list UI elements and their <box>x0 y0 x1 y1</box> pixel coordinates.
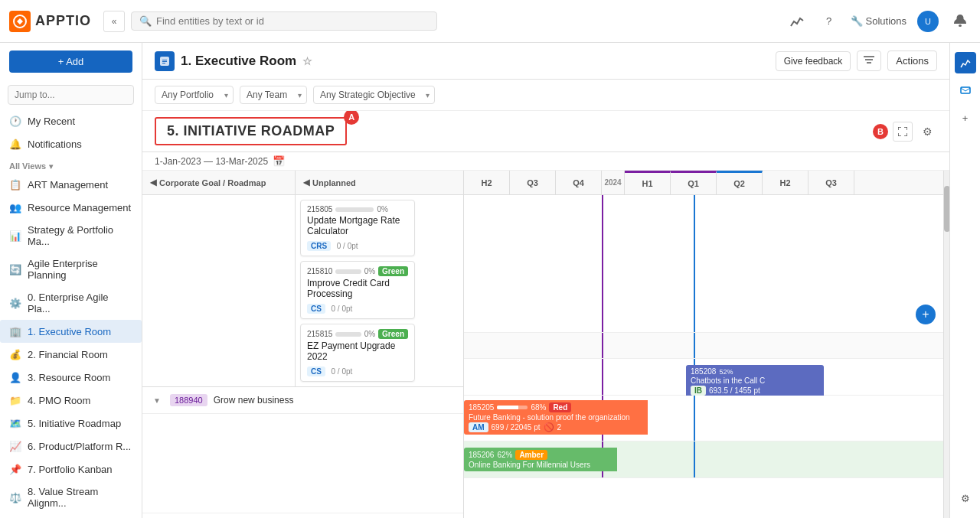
sidebar-item-initiative-roadmap[interactable]: 🗺️ 5. Initiative Roadmap <box>0 412 142 435</box>
sidebar-item-financial-room[interactable]: 💰 2. Financial Room <box>0 343 142 366</box>
filter-button[interactable] <box>857 50 881 71</box>
right-icon-plus[interactable]: + <box>955 107 976 129</box>
sidebar-item-value-stream[interactable]: ⚖️ 8. Value Stream Alignm... <box>0 481 142 514</box>
sidebar: + Add 🕐 My Recent 🔔 Notifications All Vi… <box>0 43 142 518</box>
chatbots-pts: 693.5 / 1455 pt <box>709 386 760 395</box>
unplanned-initiatives-col: 215805 0% Update Mortgage Rate Calculato… <box>296 195 463 386</box>
objective-filter[interactable]: Any Strategic Objective <box>313 86 435 104</box>
header-actions: Give feedback Actions <box>776 50 937 71</box>
add-initiative-button[interactable]: + <box>916 305 936 324</box>
give-feedback-button[interactable]: Give feedback <box>776 51 851 71</box>
settings-icon[interactable]: ⚙ <box>917 122 937 142</box>
resource-room-icon: 👤 <box>9 371 21 383</box>
scrollbar-thumb[interactable] <box>944 186 949 232</box>
current-sprint-line-blue <box>694 195 695 332</box>
strategy-icon: 📊 <box>9 230 21 242</box>
card-tag-0: CRS <box>307 241 331 251</box>
gantt-chatbots-row: 185208 52% Chatbots in the Call C IB 693… <box>464 359 943 396</box>
sidebar-item-executive-room[interactable]: 🏢 1. Executive Room <box>0 320 142 343</box>
help-icon[interactable]: ? <box>818 11 840 32</box>
card-pts-1: 0 / 0pt <box>332 305 353 313</box>
roadmap-title: 5. INITIATIVE ROADMAP <box>155 117 347 145</box>
timeline-header: H2 Q3 Q4 2024 H1 Q1 Q2 H2 Q3 <box>464 171 943 195</box>
pct-text-0: 0% <box>377 205 387 213</box>
gantt-goal-header-row <box>464 333 943 359</box>
timeline-q3-1: Q3 <box>510 171 556 194</box>
roadmap-left-panel: ◀ Corporate Goal / Roadmap ◀ Unplanned <box>142 171 464 518</box>
sidebar-item-art-management[interactable]: 📋 ART Management <box>0 173 142 196</box>
progress-bar-2 <box>335 332 361 337</box>
notifications-topbar-icon[interactable] <box>949 11 971 32</box>
roadmap-timeline-panel: H2 Q3 Q4 2024 H1 Q1 Q2 H2 Q3 <box>464 171 943 518</box>
enterprise-agile-icon: ⚙️ <box>9 297 21 309</box>
content-header: 1. Executive Room ☆ Give feedback Action… <box>142 43 949 80</box>
kanban-icon: 📌 <box>9 463 21 475</box>
jump-to-input[interactable] <box>8 85 134 105</box>
issue-count: 2 <box>557 423 562 432</box>
timeline-q2: Q2 <box>717 171 763 194</box>
sidebar-item-portfolio-kanban[interactable]: 📌 7. Portfolio Kanban <box>0 458 142 481</box>
badge-b: B <box>873 124 888 139</box>
collapse-goal-button[interactable]: ▼ <box>150 393 164 407</box>
team-filter[interactable]: Any Team <box>240 86 307 104</box>
vline-purple-2 <box>602 333 603 358</box>
gantt-bar-online-banking: 185206 62% Amber Online Banking For Mill… <box>464 448 617 471</box>
expand-button[interactable] <box>893 122 913 142</box>
sidebar-collapse-button[interactable]: « <box>103 11 125 32</box>
all-views-label: All Views <box>9 161 46 171</box>
date-range-bar: 1-Jan-2023 — 13-Mar-2025 📅 <box>142 152 949 171</box>
roadmap-container: 5. INITIATIVE ROADMAP A B ⚙ 1-Jan-2023 —… <box>142 111 949 518</box>
chatbots-tag: IB <box>691 386 706 396</box>
portfolio-filter-wrapper: Any Portfolio <box>155 86 234 104</box>
vline-blue-5 <box>694 441 695 477</box>
portfolio-filter[interactable]: Any Portfolio <box>155 86 234 104</box>
card-tag-2: CS <box>307 367 325 376</box>
timeline-h2-2: H2 <box>763 171 808 194</box>
goal-name: Grow new business <box>214 395 294 406</box>
bell-icon: 🔔 <box>9 138 21 150</box>
sidebar-item-pmo-room[interactable]: 📁 4. PMO Room <box>0 389 142 412</box>
sidebar-label-product-platform: 6. Product/Platform R... <box>28 441 131 452</box>
gantt-left-rows <box>142 414 463 513</box>
sidebar-label-art-management: ART Management <box>28 179 108 191</box>
sidebar-label-my-recent: My Recent <box>28 116 75 127</box>
analytics-icon[interactable] <box>786 11 808 32</box>
card-footer-1: CS 0 / 0pt <box>307 302 408 314</box>
sidebar-item-product-platform[interactable]: 📈 6. Product/Platform R... <box>0 435 142 458</box>
card-pts-2: 0 / 0pt <box>332 367 353 376</box>
sidebar-item-resource-management[interactable]: 👥 Resource Management <box>0 196 142 219</box>
online-status: Amber <box>515 450 547 460</box>
sidebar-label-strategy-portfolio: Strategy & Portfolio Ma... <box>28 224 132 247</box>
svg-rect-1 <box>959 24 962 27</box>
card-id-2: 215815 <box>307 330 332 338</box>
calendar-icon[interactable]: 📅 <box>273 155 285 167</box>
sidebar-item-my-recent[interactable]: 🕐 My Recent <box>0 109 142 132</box>
vertical-scrollbar[interactable] <box>943 171 949 518</box>
actions-button[interactable]: Actions <box>887 50 937 71</box>
add-button[interactable]: + Add <box>9 50 132 73</box>
right-icon-chart[interactable] <box>955 52 976 73</box>
chatbots-pct: 52% <box>719 368 733 376</box>
right-icon-settings[interactable]: ⚙ <box>955 487 976 509</box>
topbar-right: ? 🔧 Solutions U <box>786 11 971 32</box>
all-views-section[interactable]: All Views ▾ <box>0 155 142 173</box>
user-avatar[interactable]: U <box>917 11 939 32</box>
svg-rect-5 <box>162 63 165 64</box>
global-search[interactable]: 🔍 <box>131 11 437 31</box>
search-input[interactable] <box>156 15 429 27</box>
sidebar-item-portfolio-backlog[interactable]: 📝 9. Portfolio Backlog <box>0 514 142 518</box>
star-icon[interactable]: ☆ <box>302 55 312 67</box>
solutions-button[interactable]: 🔧 Solutions <box>851 15 906 27</box>
chevron-left-icon: ◀ <box>150 178 156 187</box>
chevron-unplanned-icon: ◀ <box>303 178 309 187</box>
sidebar-item-notifications[interactable]: 🔔 Notifications <box>0 132 142 155</box>
team-filter-wrapper: Any Team <box>240 86 307 104</box>
room-icon <box>155 51 175 71</box>
gantt-bar-chatbots: 185208 52% Chatbots in the Call C IB 693… <box>686 365 824 398</box>
sidebar-item-enterprise-agile[interactable]: ⚙️ 0. Enterprise Agile Pla... <box>0 286 142 320</box>
sidebar-item-agile-enterprise[interactable]: 🔄 Agile Enterprise Planning <box>0 252 142 286</box>
card-footer-0: CRS 0 / 0pt <box>307 239 408 251</box>
sidebar-item-strategy-portfolio[interactable]: 📊 Strategy & Portfolio Ma... <box>0 219 142 252</box>
right-icon-outlook[interactable] <box>955 80 976 101</box>
sidebar-item-resource-room[interactable]: 👤 3. Resource Room <box>0 366 142 389</box>
